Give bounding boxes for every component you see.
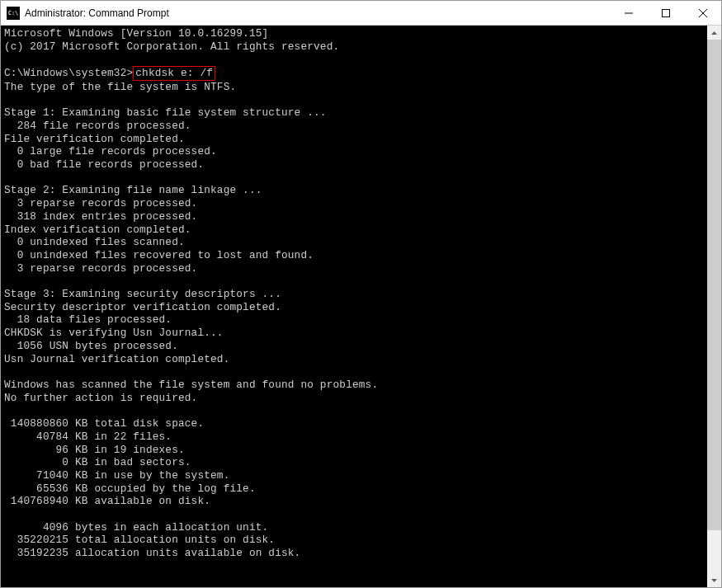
cmd-icon-label: C:\ [8, 10, 19, 16]
scroll-up-button[interactable] [707, 26, 721, 40]
command-highlight: chkdsk e: /f [133, 66, 215, 81]
close-button[interactable] [684, 1, 721, 25]
output-line: 140768940 KB available on disk. [4, 495, 210, 507]
output-line: 40784 KB in 22 files. [4, 430, 172, 443]
output-line: 318 index entries processed. [4, 210, 197, 223]
output-line: The type of the file system is NTFS. [4, 81, 236, 93]
window-title: Administrator: Command Prompt [25, 7, 610, 19]
output-line: Stage 3: Examining security descriptors … [4, 288, 281, 300]
output-line: 284 file records processed. [4, 120, 191, 132]
output-line: Windows has scanned the file system and … [4, 379, 378, 391]
svg-marker-5 [711, 579, 717, 582]
output-line: 35192235 allocation units available on d… [4, 547, 300, 559]
svg-rect-1 [662, 9, 669, 16]
output-line: 0 unindexed files scanned. [4, 236, 185, 248]
output-line: 0 bad file records processed. [4, 158, 204, 171]
minimize-button[interactable] [610, 1, 647, 25]
output-line: Usn Journal verification completed. [4, 353, 229, 365]
titlebar: C:\ Administrator: Command Prompt [1, 1, 721, 26]
output-line: Stage 2: Examining file name linkage ... [4, 184, 262, 196]
terminal-area: Microsoft Windows [Version 10.0.16299.15… [1, 26, 721, 587]
output-line: Index verification completed. [4, 223, 191, 236]
scroll-down-button[interactable] [707, 573, 721, 587]
maximize-button[interactable] [647, 1, 684, 25]
window-controls [610, 1, 721, 25]
terminal-output[interactable]: Microsoft Windows [Version 10.0.16299.15… [1, 26, 707, 587]
output-line: (c) 2017 Microsoft Corporation. All righ… [4, 40, 339, 53]
output-line: File verification completed. [4, 133, 185, 145]
prompt-text: C:\Windows\system32> [4, 67, 133, 79]
svg-marker-4 [711, 31, 717, 35]
output-line: 71040 KB in use by the system. [4, 469, 229, 482]
output-line: No further action is required. [4, 392, 197, 404]
output-line: 35220215 total allocation units on disk. [4, 534, 275, 546]
vertical-scrollbar[interactable] [707, 26, 721, 587]
output-line: 0 KB in bad sectors. [4, 456, 191, 468]
output-line: 96 KB in 19 indexes. [4, 444, 185, 456]
output-line: 1056 USN bytes processed. [4, 340, 178, 352]
scroll-thumb[interactable] [707, 40, 721, 530]
output-line: 0 unindexed files recovered to lost and … [4, 249, 314, 261]
output-line: Stage 1: Examining basic file system str… [4, 106, 327, 119]
output-line: 4096 bytes in each allocation unit. [4, 521, 268, 534]
output-line: 0 large file records processed. [4, 145, 217, 158]
output-line: 3 reparse records processed. [4, 262, 197, 275]
scroll-track[interactable] [707, 40, 721, 573]
output-line: Security descriptor verification complet… [4, 301, 281, 313]
output-line: 65536 KB occupied by the log file. [4, 482, 256, 495]
output-line: CHKDSK is verifying Usn Journal... [4, 327, 224, 339]
output-line: 140880860 KB total disk space. [4, 417, 204, 430]
output-line: Microsoft Windows [Version 10.0.16299.15… [4, 27, 268, 40]
output-line: 3 reparse records processed. [4, 197, 197, 209]
cmd-icon: C:\ [7, 7, 20, 20]
output-line: 18 data files processed. [4, 313, 172, 326]
